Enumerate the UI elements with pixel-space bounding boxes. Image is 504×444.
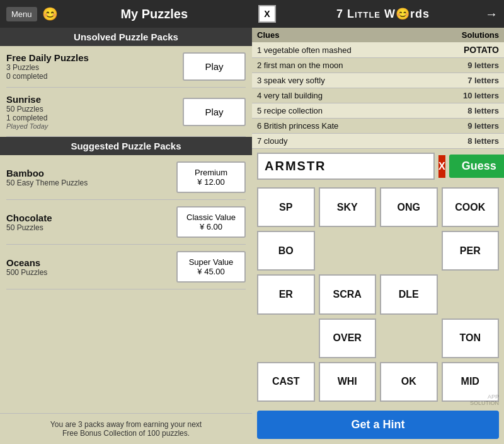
btn-line2: ¥ 45.00: [197, 267, 224, 276]
list-item: Bamboo 50 Easy Theme Puzzles Premium ¥ 1…: [6, 155, 246, 200]
tile[interactable]: SKY: [319, 187, 377, 227]
right-title: 7 Little W😊rds: [281, 7, 485, 21]
pack-name: Oceans: [6, 257, 47, 268]
menu-button[interactable]: Menu: [6, 7, 37, 21]
guess-button[interactable]: Guess: [449, 155, 504, 178]
pack-desc: 50 Puzzles: [6, 223, 52, 232]
table-row[interactable]: 1 vegetable often mashedPOTATO: [252, 42, 504, 58]
answer-row: X Guess: [252, 149, 504, 184]
solution-cell: 8 letters: [425, 103, 504, 119]
pack-info-bamboo: Bamboo 50 Easy Theme Puzzles: [6, 168, 88, 187]
list-item: Sunrise 50 Puzzles 1 completed Played To…: [6, 88, 246, 137]
pack-completed: 1 completed: [6, 114, 48, 122]
tile[interactable]: ONG: [380, 187, 438, 227]
tile[interactable]: OK: [380, 362, 438, 402]
table-row[interactable]: 5 recipe collection8 letters: [252, 103, 504, 119]
table-row[interactable]: 7 cloudy8 letters: [252, 134, 504, 149]
play-button-sunrise[interactable]: Play: [183, 98, 246, 126]
table-row[interactable]: 4 very tall building10 letters: [252, 88, 504, 103]
clue-cell: 7 cloudy: [252, 134, 425, 149]
list-item: Chocolate 50 Puzzles Classic Value ¥ 6.0…: [6, 200, 246, 245]
tile[interactable]: COOK: [442, 187, 500, 227]
pack-info-free-daily: Free Daily Puzzles 3 Puzzles 0 completed: [6, 52, 89, 81]
pack-desc: 500 Puzzles: [6, 268, 47, 277]
list-item: Oceans 500 Puzzles Super Value ¥ 45.00: [6, 245, 246, 289]
tile: [257, 318, 315, 358]
premium-button-oceans[interactable]: Super Value ¥ 45.00: [176, 251, 246, 283]
tile: [380, 231, 438, 271]
btn-line1: Classic Value: [186, 213, 236, 222]
pack-info-oceans: Oceans 500 Puzzles: [6, 257, 47, 277]
tile[interactable]: DLE: [380, 274, 438, 314]
tile: [319, 231, 377, 271]
list-item: Free Daily Puzzles 3 Puzzles 0 completed…: [6, 46, 246, 88]
left-header: Menu 😊 My Puzzles: [0, 0, 252, 28]
hint-row: Get a Hint: [252, 406, 504, 444]
clue-cell: 2 first man on the moon: [252, 58, 425, 73]
title-text: 7 Little W😊rds: [336, 8, 430, 20]
pack-completed: 0 completed: [6, 72, 89, 81]
table-row[interactable]: 6 British princess Kate9 letters: [252, 119, 504, 134]
solution-cell: 9 letters: [425, 58, 504, 73]
solution-cell: POTATO: [425, 42, 504, 58]
pack-name: Bamboo: [6, 168, 88, 178]
tile[interactable]: PER: [442, 231, 500, 271]
solution-cell: 10 letters: [425, 88, 504, 103]
left-title: My Puzzles: [63, 7, 246, 21]
premium-button-bamboo[interactable]: Premium ¥ 12.00: [176, 161, 246, 193]
smiley-icon: 😊: [42, 6, 58, 21]
btn-line1: Premium: [195, 168, 227, 177]
hint-button[interactable]: Get a Hint: [257, 411, 499, 439]
footer-text: You are 3 packs away from earning your n…: [50, 420, 202, 438]
solution-cell: 7 letters: [425, 73, 504, 88]
pack-name: Chocolate: [6, 213, 52, 223]
left-footer: You are 3 packs away from earning your n…: [0, 413, 252, 444]
pack-desc: 50 Easy Theme Puzzles: [6, 178, 88, 187]
tile[interactable]: SP: [257, 187, 315, 227]
answer-input[interactable]: [257, 153, 435, 180]
played-today-label: Played Today: [6, 122, 48, 130]
premium-button-chocolate[interactable]: Classic Value ¥ 6.00: [176, 206, 246, 238]
tile[interactable]: SCRA: [319, 274, 377, 314]
table-row[interactable]: 2 first man on the moon9 letters: [252, 58, 504, 73]
pack-puzzles: 3 Puzzles: [6, 63, 89, 72]
tile: [442, 274, 500, 314]
pack-name: Sunrise: [6, 94, 48, 105]
clues-table: Clues Solutions 1 vegetable often mashed…: [252, 28, 504, 149]
logout-button[interactable]: →: [485, 7, 498, 21]
right-header: X 7 Little W😊rds →: [252, 0, 504, 28]
clue-cell: 3 speak very softly: [252, 73, 425, 88]
pack-puzzles: 50 Puzzles: [6, 105, 48, 114]
pack-name: Free Daily Puzzles: [6, 52, 89, 63]
clue-cell: 1 vegetable often mashed: [252, 42, 425, 58]
play-button-free-daily[interactable]: Play: [183, 52, 246, 81]
btn-line1: Super Value: [189, 257, 234, 267]
watermark: APPSOLUTION: [470, 394, 499, 406]
table-row[interactable]: 3 speak very softly7 letters: [252, 73, 504, 88]
clue-cell: 5 recipe collection: [252, 103, 425, 119]
tile[interactable]: TON: [442, 318, 500, 358]
btn-line2: ¥ 6.00: [200, 222, 222, 231]
clue-cell: 4 very tall building: [252, 88, 425, 103]
btn-line2: ¥ 12.00: [197, 177, 224, 187]
solution-cell: 9 letters: [425, 119, 504, 134]
left-panel: Menu 😊 My Puzzles Unsolved Puzzle Packs …: [0, 0, 252, 444]
solutions-column-header: Solutions: [425, 28, 504, 42]
close-button[interactable]: X: [258, 5, 276, 23]
pack-info-sunrise: Sunrise 50 Puzzles 1 completed Played To…: [6, 94, 48, 130]
tile-grid: SPSKYONGCOOKBOPERERSCRADLEOVERTONCASTWHI…: [252, 184, 504, 406]
tile[interactable]: OVER: [319, 318, 377, 358]
clue-cell: 6 British princess Kate: [252, 119, 425, 134]
suggested-section-header: Suggested Puzzle Packs: [0, 137, 252, 155]
tile[interactable]: WHI: [319, 362, 377, 402]
tile[interactable]: ER: [257, 274, 315, 314]
tile[interactable]: CAST: [257, 362, 315, 402]
pack-list: Free Daily Puzzles 3 Puzzles 0 completed…: [0, 46, 252, 413]
solution-cell: 8 letters: [425, 134, 504, 149]
right-panel: X 7 Little W😊rds → Clues Solutions 1 veg…: [252, 0, 504, 444]
tile[interactable]: BO: [257, 231, 315, 271]
tile: [380, 318, 438, 358]
clear-button[interactable]: X: [438, 155, 445, 178]
unsolved-section-header: Unsolved Puzzle Packs: [0, 28, 252, 46]
clues-column-header: Clues: [252, 28, 425, 42]
